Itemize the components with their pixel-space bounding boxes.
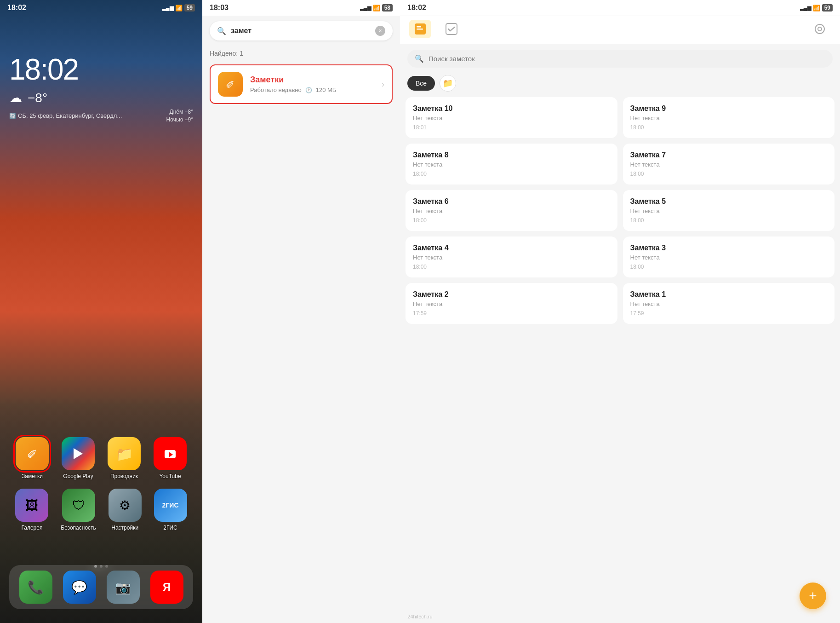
note-time: 18:00 xyxy=(630,171,828,177)
battery-icon: 59 xyxy=(184,4,195,12)
note-card[interactable]: Заметка 8 Нет текста 18:00 xyxy=(406,144,617,185)
note-text: Нет текста xyxy=(630,208,828,214)
tab-notes[interactable] xyxy=(409,20,431,38)
app-settings[interactable]: ⚙ Настройки xyxy=(109,489,142,531)
battery-icon: 58 xyxy=(382,4,393,12)
temperature: −8° xyxy=(28,91,47,105)
notes-screen: 18:02 ▂▄▆ 📶 59 🔍 Все 📁 Заметка xyxy=(400,0,840,623)
settings-icon: ⚙ xyxy=(109,489,142,522)
wifi-icon: 📶 xyxy=(175,5,183,12)
result-app-meta: Работало недавно 🕐 120 МБ xyxy=(250,87,374,93)
settings-label: Настройки xyxy=(111,525,138,531)
clock-icon: 🕐 xyxy=(305,87,312,93)
note-card[interactable]: Заметка 7 Нет текста 18:00 xyxy=(623,144,835,185)
dock-camera[interactable]: 📷 xyxy=(107,571,140,604)
app-row-2: 🖼 Галерея 🛡 Безопасность ⚙ Настройки 2ГИ… xyxy=(9,489,193,531)
app-youtube[interactable]: YouTube xyxy=(154,437,187,479)
tab-settings-notes[interactable] xyxy=(809,20,831,38)
youtube-icon xyxy=(154,437,187,470)
app-google-play[interactable]: Google Play xyxy=(62,437,95,479)
result-app-info: Заметки Работало недавно 🕐 120 МБ xyxy=(250,75,374,93)
weather-icon: ☁ xyxy=(9,90,22,105)
wifi-icon: 📶 xyxy=(813,5,820,12)
search-bar-container: 🔍 × xyxy=(202,16,400,46)
gallery-label: Галерея xyxy=(21,525,42,531)
gallery-icon: 🖼 xyxy=(15,489,48,522)
search-status-bar: 18:03 ▂▄▆ 📶 58 xyxy=(202,0,400,16)
note-card[interactable]: Заметка 3 Нет текста 18:00 xyxy=(623,237,835,277)
search-bar[interactable]: 🔍 × xyxy=(210,21,393,40)
home-date: 🔄 СБ, 25 февр, Екатеринбург, Свердл... Д… xyxy=(9,108,193,124)
note-title: Заметка 7 xyxy=(630,151,828,159)
search-input[interactable] xyxy=(231,27,371,35)
tab-tasks[interactable] xyxy=(440,20,463,38)
phone-icon: 📞 xyxy=(19,571,52,604)
note-card[interactable]: Заметка 1 Нет текста 17:59 xyxy=(623,283,835,324)
note-text: Нет текста xyxy=(413,115,610,121)
home-dock: 📞 💬 📷 Я xyxy=(9,565,193,609)
clear-button[interactable]: × xyxy=(375,26,385,36)
notes-status-icons: ▂▄▆ 📶 59 xyxy=(800,4,833,12)
note-title: Заметка 4 xyxy=(413,244,610,252)
svg-rect-4 xyxy=(417,26,421,28)
note-title: Заметка 1 xyxy=(630,290,828,299)
dock-yandex[interactable]: Я xyxy=(150,571,183,604)
note-text: Нет текста xyxy=(413,254,610,261)
note-card[interactable]: Заметка 10 Нет текста 18:01 xyxy=(406,97,617,138)
home-clock: 18:02 xyxy=(9,52,193,87)
note-time: 18:00 xyxy=(630,264,828,270)
svg-point-8 xyxy=(818,27,822,31)
results-count: Найдено: 1 xyxy=(202,46,400,61)
note-time: 18:00 xyxy=(630,217,828,224)
watermark: 24hitech.ru xyxy=(407,614,432,619)
note-text: Нет текста xyxy=(413,300,610,307)
2gis-label: 2ГИС xyxy=(163,525,177,531)
security-label: Безопасность xyxy=(61,525,96,531)
yandex-icon: Я xyxy=(150,571,183,604)
app-provodnik[interactable]: 📁 Проводник xyxy=(108,437,141,479)
notes-search-input[interactable] xyxy=(429,55,825,63)
security-icon: 🛡 xyxy=(62,489,95,522)
search-icon: 🔍 xyxy=(415,54,424,63)
add-note-button[interactable]: + xyxy=(800,583,826,609)
search-status-icons: ▂▄▆ 📶 58 xyxy=(360,4,393,12)
app-2gis[interactable]: 2ГИС 2ГИС xyxy=(154,489,187,531)
note-card[interactable]: Заметка 2 Нет текста 17:59 xyxy=(406,283,617,324)
gplay-label: Google Play xyxy=(63,473,93,479)
app-gallery[interactable]: 🖼 Галерея xyxy=(15,489,48,531)
notes-body: 🔍 Все 📁 Заметка 10 Нет текста 18:01 Заме… xyxy=(400,44,840,623)
signal-icon: ▂▄▆ xyxy=(360,5,371,11)
note-time: 18:00 xyxy=(413,217,610,224)
note-card[interactable]: Заметка 4 Нет текста 18:00 xyxy=(406,237,617,277)
app-zaметки[interactable]: ✏ Заметки xyxy=(16,437,49,479)
filter-folder-btn[interactable]: 📁 xyxy=(440,75,456,92)
notes-grid: Заметка 10 Нет текста 18:01 Заметка 9 Не… xyxy=(400,97,840,623)
dock-messages[interactable]: 💬 xyxy=(63,571,96,604)
note-time: 17:59 xyxy=(413,310,610,317)
notes-filter-bar: Все 📁 xyxy=(400,73,840,97)
zaметки-icon: ✏ xyxy=(16,437,49,470)
notes-search-bar[interactable]: 🔍 xyxy=(407,50,833,68)
app-security[interactable]: 🛡 Безопасность xyxy=(61,489,96,531)
search-result-zaметки[interactable]: ✏ Заметки Работало недавно 🕐 120 МБ › xyxy=(210,64,393,104)
note-card[interactable]: Заметка 9 Нет текста 18:00 xyxy=(623,97,835,138)
notes-time: 18:02 xyxy=(407,4,426,12)
note-title: Заметка 5 xyxy=(630,197,828,206)
home-content: 18:02 ☁ −8° 🔄 СБ, 25 февр, Екатеринбург,… xyxy=(0,16,202,124)
dock-phone[interactable]: 📞 xyxy=(19,571,52,604)
camera-icon: 📷 xyxy=(107,571,140,604)
note-card[interactable]: Заметка 5 Нет текста 18:00 xyxy=(623,190,835,231)
note-title: Заметка 10 xyxy=(413,104,610,113)
files-label: Проводник xyxy=(110,473,138,479)
svg-rect-5 xyxy=(417,29,423,30)
filter-all-btn[interactable]: Все xyxy=(407,76,435,91)
app-grid: ✏ Заметки Google Play 📁 Проводник xyxy=(0,437,202,540)
result-size: 120 МБ xyxy=(316,87,337,93)
sync-icon: 🔄 xyxy=(9,113,16,119)
note-text: Нет текста xyxy=(413,161,610,168)
gplay-icon xyxy=(62,437,95,470)
note-card[interactable]: Заметка 6 Нет текста 18:00 xyxy=(406,190,617,231)
2gis-icon: 2ГИС xyxy=(154,489,187,522)
search-time: 18:03 xyxy=(210,4,229,12)
note-text: Нет текста xyxy=(630,254,828,261)
